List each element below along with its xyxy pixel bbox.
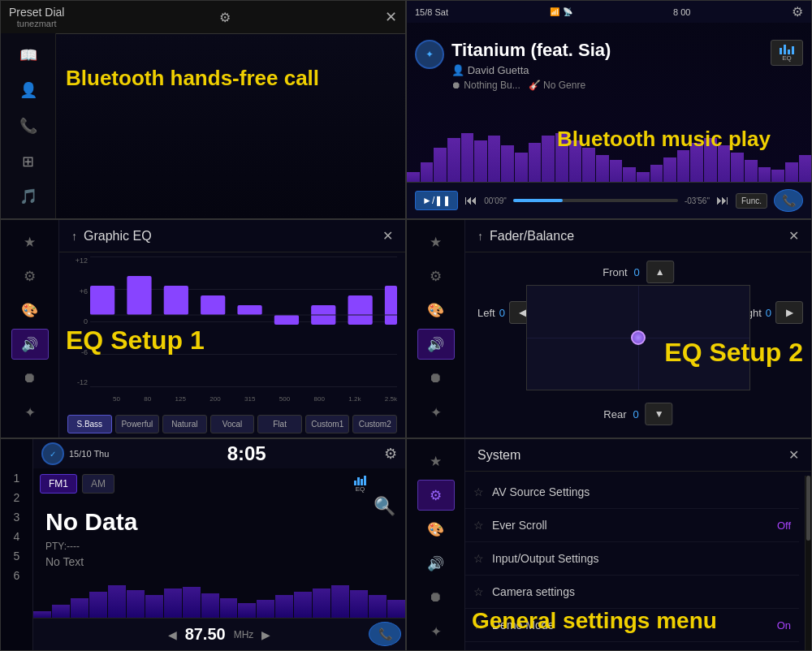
preset-dial-title: Preset Dial bbox=[9, 6, 64, 19]
svg-rect-3 bbox=[201, 295, 225, 315]
fader-sidebar-sound[interactable]: 🔊 bbox=[417, 329, 455, 360]
eq-bars-svg bbox=[90, 257, 397, 374]
svg-rect-4 bbox=[237, 305, 261, 315]
sidebar-palette-icon[interactable]: 🎨 bbox=[11, 295, 49, 326]
system-close-icon[interactable]: ✕ bbox=[788, 447, 799, 463]
eq-preset-sbass[interactable]: S.Bass bbox=[67, 415, 112, 433]
panel-bt-music: 15/8 Sat 📶📡 8 00 ⚙ ✦ Titanium (feat. Sia… bbox=[406, 0, 812, 219]
radio-preset-1[interactable]: 1 bbox=[14, 472, 20, 485]
next-track-button[interactable]: ⏭ bbox=[716, 193, 729, 208]
fader-knob[interactable] bbox=[631, 330, 646, 345]
call-button[interactable]: 📞 bbox=[774, 189, 803, 212]
preset-dial-subtitle: tunezmart bbox=[9, 19, 64, 28]
radio-freq-bar: ◀ 87.50 MHz ▶ 📞 bbox=[33, 618, 405, 650]
eq-preset-custom2[interactable]: Custom2 bbox=[352, 415, 397, 433]
av-source-label: AV Source Settings bbox=[492, 485, 791, 498]
sidebar-icon-music[interactable]: 🎵 bbox=[11, 181, 46, 212]
system-sidebar-record[interactable]: ⏺ bbox=[417, 582, 455, 613]
right-arrow-button[interactable]: ▶ bbox=[775, 301, 803, 324]
track-artist: 👤 David Guetta bbox=[451, 64, 762, 76]
fader-up-icon: ↑ bbox=[477, 230, 483, 243]
radio-call-button[interactable]: 📞 bbox=[369, 622, 401, 646]
sidebar-star-icon[interactable]: ★ bbox=[11, 226, 49, 257]
system-sidebar-sound[interactable]: 🔊 bbox=[417, 548, 455, 579]
system-item-camera[interactable]: ☆ Camera settings bbox=[465, 576, 799, 609]
eq-preset-vocal[interactable]: Vocal bbox=[210, 415, 255, 433]
front-up-button[interactable]: ▲ bbox=[646, 261, 674, 283]
fader-sidebar-star[interactable]: ★ bbox=[417, 226, 455, 257]
scrollbar-thumb bbox=[806, 476, 810, 541]
system-sidebar-palette[interactable]: 🎨 bbox=[417, 514, 455, 545]
fader-settings-sidebar: ★ ⚙ 🎨 🔊 ⏺ ✦ bbox=[407, 220, 465, 438]
svg-rect-2 bbox=[164, 286, 188, 315]
func-button[interactable]: Func. bbox=[736, 193, 767, 209]
sidebar-icon-person[interactable]: 👤 bbox=[11, 75, 46, 106]
left-sidebar: 📖 👤 📞 ⊞ 🎵 bbox=[1, 33, 56, 218]
eq-chart-area: 50 80 125 200 315 500 800 1.2k 2.5k bbox=[90, 257, 397, 386]
panel-radio: 1 2 3 4 5 6 ✓ 15/10 Thu 8:05 ⚙ bbox=[0, 438, 406, 651]
freq-prev-icon[interactable]: ◀ bbox=[168, 628, 177, 641]
radio-gear-icon[interactable]: ⚙ bbox=[384, 445, 397, 463]
radio-preset-4[interactable]: 4 bbox=[14, 530, 20, 543]
sidebar-icon-grid[interactable]: ⊞ bbox=[11, 146, 46, 177]
rear-down-button[interactable]: ▼ bbox=[646, 403, 673, 425]
eq-setup2-label: EQ Setup 2 bbox=[664, 338, 803, 368]
radio-preset-2[interactable]: 2 bbox=[14, 491, 20, 504]
scrollbar[interactable] bbox=[805, 476, 811, 650]
fader-sidebar-bt[interactable]: ✦ bbox=[417, 397, 455, 428]
fader-sidebar-record[interactable]: ⏺ bbox=[417, 363, 455, 394]
system-settings-sidebar: ★ ⚙ 🎨 🔊 ⏺ ✦ bbox=[407, 439, 465, 650]
ever-scroll-star-icon: ☆ bbox=[473, 519, 484, 532]
eq-preset-custom1[interactable]: Custom1 bbox=[305, 415, 350, 433]
demo-mode-value: On bbox=[777, 619, 791, 632]
ever-scroll-value: Off bbox=[777, 520, 791, 532]
system-item-input-output[interactable]: ☆ Input/Output Settings bbox=[465, 542, 799, 576]
system-sidebar-star[interactable]: ★ bbox=[417, 446, 455, 476]
radio-eq-button[interactable]: EQ bbox=[354, 476, 366, 493]
system-sidebar-bt[interactable]: ✦ bbox=[417, 616, 455, 647]
progress-bar[interactable] bbox=[513, 199, 678, 202]
sidebar-record-icon[interactable]: ⏺ bbox=[11, 363, 49, 394]
prev-track-button[interactable]: ⏮ bbox=[464, 193, 477, 208]
freq-next-icon[interactable]: ▶ bbox=[261, 628, 270, 641]
radio-clock: 8:05 bbox=[227, 442, 266, 465]
radio-preset-3[interactable]: 3 bbox=[14, 511, 20, 524]
av-source-star-icon: ☆ bbox=[473, 485, 484, 498]
sidebar-bt-icon[interactable]: ✦ bbox=[11, 397, 49, 428]
eq-preset-natural[interactable]: Natural bbox=[162, 415, 207, 433]
bt-handsfree-label: Bluetooth hands-free call bbox=[66, 66, 319, 91]
camera-star-icon: ☆ bbox=[473, 585, 484, 598]
system-item-ever-scroll[interactable]: ☆ Ever Scroll Off bbox=[465, 509, 799, 542]
eq-title: Graphic EQ bbox=[84, 229, 152, 244]
fader-close-icon[interactable]: ✕ bbox=[788, 228, 799, 244]
radio-no-data: No Data bbox=[45, 508, 137, 536]
eq-close-icon[interactable]: ✕ bbox=[382, 228, 393, 244]
panel-graphic-eq: ★ ⚙ 🎨 🔊 ⏺ ✦ ↑ Graphic EQ ✕ +12 +6 0 -6 bbox=[0, 219, 406, 438]
bt-music-gear-icon[interactable]: ⚙ bbox=[792, 4, 803, 19]
fader-sidebar-palette[interactable]: 🎨 bbox=[417, 295, 455, 326]
sidebar-icon-phone[interactable]: 📞 bbox=[11, 110, 46, 141]
preset-dial-close-icon[interactable]: ✕ bbox=[385, 8, 397, 26]
eq-button[interactable]: EQ bbox=[771, 40, 803, 66]
svg-rect-8 bbox=[385, 286, 397, 325]
radio-search-icon[interactable]: 🔍 bbox=[374, 496, 395, 517]
input-output-star-icon: ☆ bbox=[473, 552, 484, 565]
radio-tab-am[interactable]: AM bbox=[82, 474, 114, 494]
eq-preset-flat[interactable]: Flat bbox=[257, 415, 302, 433]
system-item-av-source[interactable]: ☆ AV Source Settings bbox=[465, 476, 799, 509]
eq-preset-powerful[interactable]: Powerful bbox=[115, 415, 160, 433]
sidebar-icon-book[interactable]: 📖 bbox=[11, 40, 46, 71]
play-pause-button[interactable]: ►/❚❚ bbox=[415, 191, 458, 210]
system-sidebar-sliders[interactable]: ⚙ bbox=[417, 480, 455, 511]
radio-preset-5[interactable]: 5 bbox=[14, 550, 20, 563]
radio-tab-fm1[interactable]: FM1 bbox=[40, 474, 77, 494]
radio-top-bar: ✓ 15/10 Thu 8:05 ⚙ bbox=[33, 439, 405, 468]
fader-sidebar-sliders[interactable]: ⚙ bbox=[417, 261, 455, 291]
preset-dial-gear-icon[interactable]: ⚙ bbox=[219, 10, 231, 25]
eq-freq-labels: 50 80 125 200 315 500 800 1.2k 2.5k bbox=[113, 395, 397, 403]
sidebar-sliders-icon[interactable]: ⚙ bbox=[11, 261, 49, 291]
svg-rect-1 bbox=[127, 276, 151, 315]
panel-preset-dial: Preset Dial tunezmart ⚙ ✕ 📖 👤 📞 ⊞ 🎵 Blue… bbox=[0, 0, 406, 219]
radio-preset-6[interactable]: 6 bbox=[14, 569, 20, 582]
sidebar-sound-icon[interactable]: 🔊 bbox=[11, 329, 49, 360]
